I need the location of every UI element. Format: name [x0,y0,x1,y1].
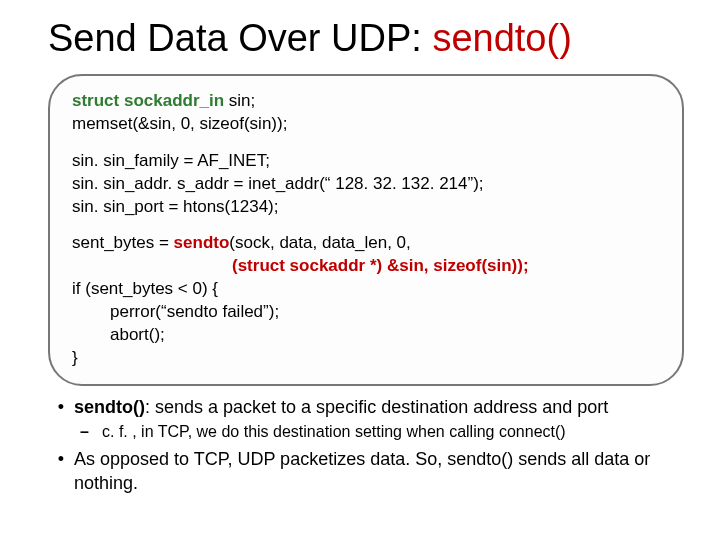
code-keyword: struct sockaddr_in [72,91,224,110]
code-line: sin. sin_port = htons(1234); [72,196,660,219]
code-emph: sendto [174,233,230,252]
code-line: perror(“sendto failed”); [72,301,660,324]
bullet-text: sendto(): sends a packet to a specific d… [74,396,684,419]
code-box: struct sockaddr_in sin; memset(&sin, 0, … [48,74,684,386]
code-block-2: sin. sin_family = AF_INET; sin. sin_addr… [72,150,660,219]
code-line: } [72,347,660,370]
code-line: memset(&sin, 0, sizeof(sin)); [72,113,660,136]
slide-title: Send Data Over UDP: sendto() [48,18,684,60]
code-line: abort(); [72,324,660,347]
code-line: sin. sin_addr. s_addr = inet_addr(“ 128.… [72,173,660,196]
code-line: (struct sockaddr *) &sin, sizeof(sin)); [72,255,660,278]
code-line: struct sockaddr_in sin; [72,90,660,113]
bullet-dot-icon: • [48,448,74,495]
sub-bullet-text: c. f. , in TCP, we do this destination s… [102,422,684,443]
title-prefix: Send Data Over UDP: [48,17,432,59]
bullet-item: • As opposed to TCP, UDP packetizes data… [48,448,684,495]
bullet-text: As opposed to TCP, UDP packetizes data. … [74,448,684,495]
code-emph: (struct sockaddr *) &sin, sizeof(sin)); [72,255,660,278]
code-line: sent_bytes = sendto(sock, data, data_len… [72,232,660,255]
sub-bullet-item: – c. f. , in TCP, we do this destination… [80,422,684,443]
title-fn: sendto() [432,17,571,59]
dash-icon: – [80,422,102,443]
bullet-dot-icon: • [48,396,74,419]
bullet-list: • sendto(): sends a packet to a specific… [48,396,684,495]
code-line: sin. sin_family = AF_INET; [72,150,660,173]
code-block-1: struct sockaddr_in sin; memset(&sin, 0, … [72,90,660,136]
bullet-item: • sendto(): sends a packet to a specific… [48,396,684,419]
code-line: if (sent_bytes < 0) { [72,278,660,301]
code-block-3: sent_bytes = sendto(sock, data, data_len… [72,232,660,370]
